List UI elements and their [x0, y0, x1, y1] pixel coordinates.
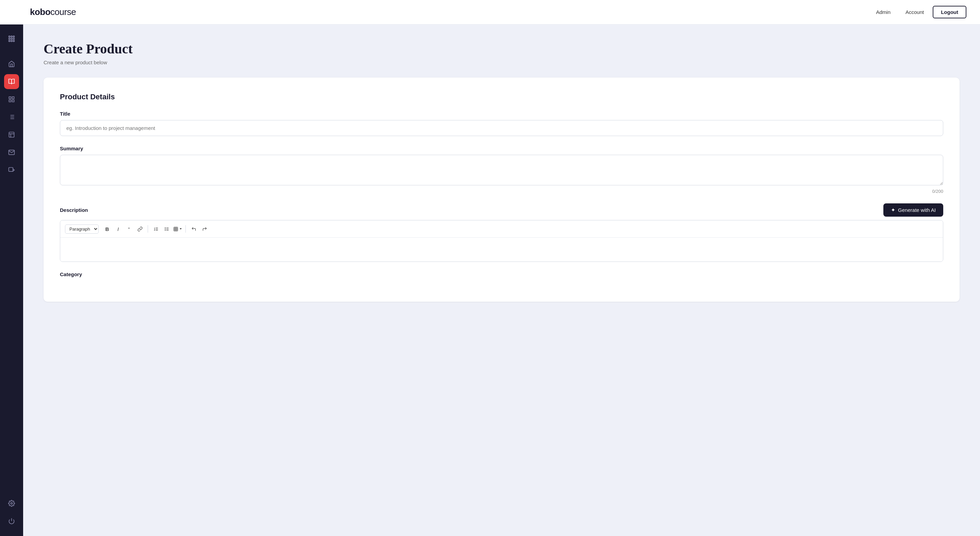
sidebar-item-power[interactable]	[4, 514, 19, 528]
svg-rect-10	[12, 97, 14, 99]
topnav-actions: Admin Account Logout	[870, 6, 966, 18]
page-header: Create Product Create a new product belo…	[23, 24, 980, 78]
sidebar-item-home[interactable]	[4, 57, 19, 71]
section-title: Product Details	[60, 92, 943, 101]
product-form-card: Product Details Title Summary 0/200 Desc…	[43, 78, 959, 302]
svg-rect-19	[9, 132, 14, 137]
sidebar-item-layout[interactable]	[4, 127, 19, 142]
title-label: Title	[60, 111, 943, 117]
unordered-list-button[interactable]	[162, 224, 172, 234]
paragraph-select[interactable]: Paragraph	[65, 224, 99, 234]
svg-rect-0	[9, 36, 10, 37]
description-label: Description	[60, 207, 88, 213]
rich-content-area[interactable]	[60, 238, 943, 262]
svg-rect-1	[11, 36, 12, 37]
logo-part2: course	[50, 7, 76, 17]
page-title: Create Product	[43, 41, 959, 57]
sidebar-item-video[interactable]	[4, 163, 19, 178]
svg-point-33	[165, 228, 165, 229]
link-button[interactable]	[135, 224, 145, 234]
svg-rect-8	[13, 40, 14, 42]
sidebar-item-mail[interactable]	[4, 145, 19, 160]
svg-point-34	[165, 230, 165, 230]
svg-rect-7	[11, 40, 12, 42]
summary-textarea[interactable]	[60, 155, 943, 186]
category-label: Category	[60, 271, 943, 277]
admin-link[interactable]: Admin	[870, 6, 897, 18]
category-group: Category	[60, 271, 943, 277]
title-input[interactable]	[60, 120, 943, 136]
rich-toolbar: Paragraph B I “	[60, 220, 943, 238]
svg-point-24	[11, 503, 13, 504]
table-button[interactable]	[172, 224, 183, 234]
svg-rect-5	[13, 38, 14, 40]
char-count: 0/200	[60, 189, 943, 194]
sidebar-item-list[interactable]	[4, 109, 19, 124]
svg-rect-35	[173, 227, 177, 231]
italic-button[interactable]: I	[113, 224, 123, 234]
svg-marker-23	[13, 169, 14, 171]
svg-rect-3	[9, 38, 10, 40]
description-header: Description ✦ Generate with AI	[60, 203, 943, 217]
svg-rect-4	[11, 38, 12, 40]
bold-button[interactable]: B	[102, 224, 112, 234]
blockquote-button[interactable]: “	[124, 224, 134, 234]
ai-icon: ✦	[891, 207, 895, 213]
title-group: Title	[60, 111, 943, 136]
redo-button[interactable]	[199, 224, 210, 234]
sidebar-item-courses[interactable]	[4, 74, 19, 89]
sidebar-bottom	[4, 496, 19, 529]
description-group: Description ✦ Generate with AI Paragraph…	[60, 203, 943, 262]
svg-rect-12	[12, 100, 14, 102]
account-link[interactable]: Account	[899, 6, 930, 18]
page-layout: Create Product Create a new product belo…	[0, 24, 980, 536]
svg-rect-2	[13, 36, 14, 37]
ordered-list-button[interactable]	[151, 224, 161, 234]
logo: kobocourse	[30, 7, 76, 17]
svg-rect-9	[9, 97, 11, 99]
svg-rect-6	[9, 40, 10, 42]
rich-text-editor: Paragraph B I “	[60, 220, 943, 262]
svg-rect-22	[9, 168, 13, 172]
summary-label: Summary	[60, 146, 943, 151]
logout-button[interactable]: Logout	[933, 6, 966, 18]
toolbar-divider-1	[148, 225, 148, 233]
top-navigation: kobocourse Admin Account Logout	[0, 0, 980, 24]
logo-part1: kobo	[30, 7, 50, 17]
page-subtitle: Create a new product below	[43, 60, 959, 65]
generate-btn-label: Generate with AI	[898, 207, 936, 213]
sidebar-grid-toggle[interactable]	[4, 31, 19, 46]
summary-group: Summary 0/200	[60, 146, 943, 194]
undo-button[interactable]	[189, 224, 199, 234]
sidebar-item-grid[interactable]	[4, 92, 19, 107]
svg-rect-11	[9, 100, 11, 102]
toolbar-divider-2	[185, 225, 186, 233]
sidebar	[0, 24, 23, 536]
main-content: Create Product Create a new product belo…	[23, 24, 980, 536]
generate-ai-button[interactable]: ✦ Generate with AI	[883, 203, 943, 217]
sidebar-item-settings[interactable]	[4, 496, 19, 511]
